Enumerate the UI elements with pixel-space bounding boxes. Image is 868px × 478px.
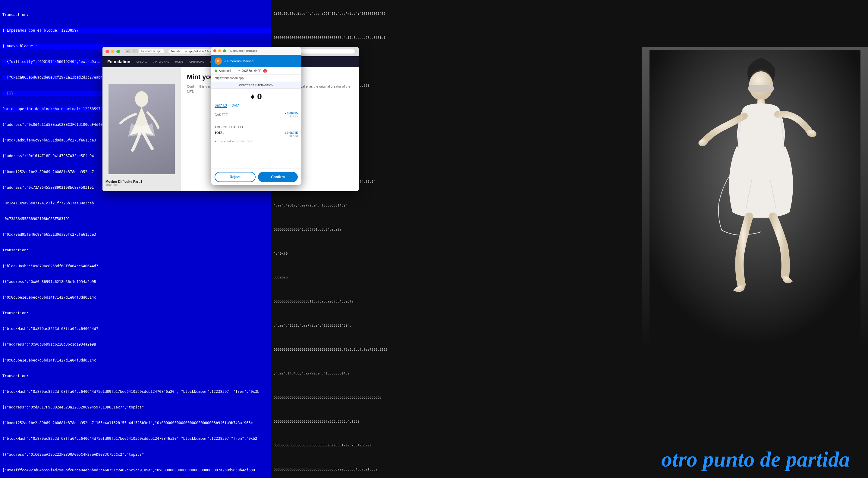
mm-footer: Reject Confirm <box>211 169 301 185</box>
mm-reject-button[interactable]: Reject <box>215 172 255 182</box>
mm-body: ♦ 0 DETAILS DATA GAS FEE ♦ 0.06915 $22.3… <box>211 89 301 169</box>
rt-line16: ,"gas":148485,"gasPrice":"105000001459 <box>274 371 866 376</box>
rt-line2: 0000000000000000000000000000000000d4a11d… <box>274 36 866 40</box>
browser-minimize-dot[interactable] <box>111 50 115 53</box>
mm-arrow-icon: → <box>233 69 236 73</box>
svg-point-0 <box>135 91 148 107</box>
site-logo: Foundation <box>107 59 130 64</box>
mm-tab-details[interactable]: DETAILS <box>215 104 227 108</box>
browser-tabs: ≡ ⌂ foundation.app <box>125 49 164 53</box>
mm-total-usd: $22.33 <box>289 135 298 138</box>
mm-gas-fee-row: GAS FEE ♦ 0.06915 $22.33 <box>215 112 298 118</box>
mm-connected-dot <box>215 141 216 142</box>
nft-name-label: Moving Difficulty Part 1 @ran_bot <box>105 180 142 186</box>
metamask-popup: MetaMask Notification M ⟡ Ethereum Mainn… <box>211 47 301 185</box>
nav-home[interactable]: HOME <box>175 60 183 63</box>
rt-line15: 0000000000000000000000000000000000d78e0b… <box>274 347 866 352</box>
browser-tab-2[interactable]: ⌂ <box>132 49 138 53</box>
mm-total-row: TOTAL ♦ 0.06915 $22.33 <box>215 131 298 138</box>
mm-divider-1 <box>215 122 298 122</box>
mm-title: MetaMask Notification <box>230 49 257 53</box>
bottom-text-overlay: otro punto de partida <box>661 447 850 472</box>
dancer-figure-container <box>642 47 868 348</box>
mm-gas-fee-usd: $22.33 <box>289 115 298 118</box>
mm-tabs[interactable]: DETAILS DATA <box>215 104 298 109</box>
mm-account-eth-icon: ⟡ <box>238 69 240 73</box>
rt-line17: 0000000000000000000000000000000000000000… <box>274 395 866 400</box>
browser-tab-1[interactable]: ≡ <box>125 49 131 53</box>
mm-amount: ♦ 0 <box>215 92 298 101</box>
mm-header: M ⟡ Ethereum Mainnet <box>211 55 301 67</box>
mm-expand-dot[interactable] <box>223 49 226 53</box>
mm-account-address: 0x353e...640E <box>242 69 261 73</box>
mm-titlebar: MetaMask Notification <box>211 47 301 55</box>
nft-image-area: Moving Difficulty Part 1 @ran_bot <box>102 67 181 191</box>
dancer-svg <box>650 50 861 345</box>
mm-minimize-dot[interactable] <box>218 49 221 53</box>
mm-contract-banner: CONTRACT INTERACTION <box>211 82 301 89</box>
browser-tab-active[interactable]: foundation.app <box>138 49 164 53</box>
mm-tab-data[interactable]: DATA <box>232 104 239 108</box>
rt-line18: 000000000000000000000000007a250d5630b4cf… <box>274 419 866 424</box>
mm-close-dot[interactable] <box>213 49 216 53</box>
mm-connected-label: Connected to <box>218 140 234 143</box>
browser-maximize-dot[interactable] <box>116 50 120 53</box>
nav-creators[interactable]: CREATORS <box>189 60 204 63</box>
mm-connected-address: 0x0188...7a3E <box>235 140 253 143</box>
mm-connected-row: Connected to 0x0188...7a3E <box>215 140 298 143</box>
mm-amount-gas-label: AMOUNT + GAS FEE <box>215 126 244 129</box>
nav-upload[interactable]: Upload <box>136 60 147 63</box>
mm-account-status-dot <box>215 70 217 72</box>
nft-artwork <box>108 84 175 174</box>
metamask-logo: M <box>215 58 222 65</box>
mm-confirm-button[interactable]: Confirm <box>258 172 298 182</box>
mm-account-name: Account1 <box>219 69 231 73</box>
mm-site-row: https://foundation.app <box>211 75 301 82</box>
mm-total-eth: ♦ 0.06915 <box>284 131 298 135</box>
rt-line1: 2f06d09d80cdfaba4","gas":223415,"gasPric… <box>274 11 866 16</box>
svg-rect-6 <box>748 85 774 92</box>
mm-total-label: TOTAL <box>215 131 224 138</box>
browser-close-dot[interactable] <box>105 50 109 53</box>
mm-amount-gas-row: AMOUNT + GAS FEE <box>215 126 298 129</box>
mm-account-row[interactable]: Account1 → ⟡ 0x353e...640E 1 <box>211 67 301 75</box>
mm-notification-badge: 1 <box>263 69 267 73</box>
mm-gas-fee-label: GAS FEE <box>215 113 227 116</box>
nav-artworks[interactable]: ARTWORKS <box>153 60 169 63</box>
right-photo-area <box>642 47 868 348</box>
mm-gas-fee-eth: ♦ 0.06915 <box>284 112 298 115</box>
mm-header-eth-label: ⟡ Ethereum Mainnet <box>224 59 298 63</box>
